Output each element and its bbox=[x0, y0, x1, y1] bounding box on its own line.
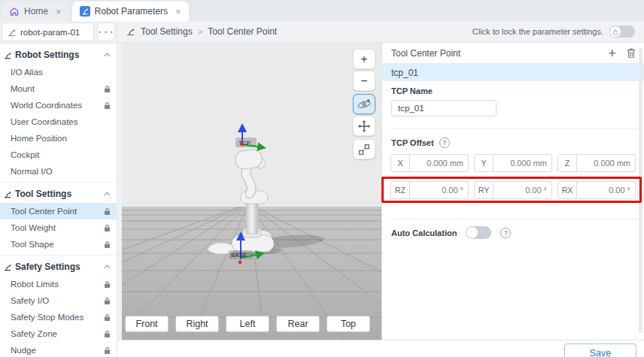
view-rear-button[interactable]: Rear bbox=[276, 316, 320, 332]
zoom-in-button[interactable]: + bbox=[353, 49, 375, 69]
breadcrumb-section[interactable]: Tool Settings bbox=[141, 26, 193, 37]
robot-arm-icon bbox=[4, 263, 12, 271]
sidebar-item-mount[interactable]: Mount bbox=[0, 80, 117, 97]
robot-arm-icon bbox=[8, 28, 17, 37]
zoom-out-button[interactable]: − bbox=[353, 71, 375, 91]
auto-calculation-label: Auto Calculation bbox=[391, 228, 457, 237]
footer-bar: Save bbox=[117, 340, 644, 357]
view-front-button[interactable]: Front bbox=[125, 316, 169, 332]
tcp-item-label: tcp_01 bbox=[391, 68, 418, 78]
breadcrumb-separator: > bbox=[198, 27, 202, 36]
breadcrumb-page[interactable]: Tool Center Point bbox=[208, 26, 277, 37]
item-label: Tool Weight bbox=[11, 223, 56, 232]
offset-ry-input[interactable]: 0.00° bbox=[494, 181, 552, 199]
linked-points-icon bbox=[357, 143, 371, 156]
lock-icon bbox=[104, 280, 111, 289]
scrollbar[interactable] bbox=[639, 47, 642, 333]
lock-icon bbox=[104, 313, 111, 322]
snap-points-button[interactable] bbox=[353, 139, 375, 159]
view-right-button[interactable]: Right bbox=[175, 316, 219, 332]
sidebar-item-world-coordinates[interactable]: World Coordinates bbox=[0, 97, 117, 113]
sidebar-item-nudge[interactable]: Nudge bbox=[0, 342, 117, 357]
parameter-lock-toggle[interactable] bbox=[609, 26, 635, 38]
sidebar-item-tool-shape[interactable]: Tool Shape bbox=[0, 236, 117, 253]
tab-robot-parameters[interactable]: Robot Parameters × bbox=[72, 2, 189, 21]
tcp-name-input[interactable] bbox=[391, 100, 497, 116]
pan-button[interactable] bbox=[353, 116, 375, 136]
sidebar-item-cockpit[interactable]: Cockpit bbox=[0, 147, 117, 163]
help-icon[interactable]: ? bbox=[500, 228, 511, 238]
sidebar-item-home-position[interactable]: Home Position bbox=[0, 130, 117, 147]
view-left-button[interactable]: Left bbox=[226, 316, 269, 332]
sidebar-item-safety-stop-modes[interactable]: Safety Stop Modes bbox=[0, 309, 117, 325]
section-label: Tool Settings bbox=[15, 189, 71, 199]
orbit-rotate-button[interactable] bbox=[353, 94, 375, 114]
close-icon[interactable]: × bbox=[175, 6, 181, 17]
sidebar-section-robot-settings: Robot Settings I/O Alias Mount World Coo… bbox=[0, 44, 117, 182]
tab-home[interactable]: Home × bbox=[2, 2, 69, 21]
field-label: RX bbox=[557, 181, 577, 199]
auto-calculation-toggle[interactable] bbox=[466, 226, 491, 239]
sidebar-header-safety-settings[interactable]: Safety Settings bbox=[0, 258, 117, 276]
param-name: robot-param-01 bbox=[20, 28, 80, 37]
sidebar-item-robot-limits[interactable]: Robot Limits bbox=[0, 276, 117, 292]
auto-calculation-row: Auto Calculation ? bbox=[391, 226, 511, 239]
lock-icon bbox=[104, 241, 111, 249]
lock-icon bbox=[104, 207, 111, 216]
lock-icon bbox=[104, 346, 111, 355]
tcp-name-label: TCP Name bbox=[391, 86, 433, 95]
lock-bar: Click to lock the parameter settings. bbox=[472, 26, 635, 38]
sidebar-item-safety-zone[interactable]: Safety Zone bbox=[0, 325, 117, 342]
more-button[interactable]: • • • bbox=[97, 23, 115, 41]
field-label: Y bbox=[474, 154, 494, 172]
app-window: Home × Robot Parameters × robot- bbox=[0, 0, 644, 357]
panel-title: Tool Center Point bbox=[391, 48, 460, 59]
home-icon bbox=[9, 6, 20, 17]
panel-header: Tool Center Point + bbox=[382, 43, 644, 64]
delete-tcp-button[interactable] bbox=[626, 47, 636, 59]
offset-rx-input[interactable]: 0.00° bbox=[577, 181, 636, 199]
viewer-panel: TCP BASE + − bbox=[117, 43, 381, 340]
sidebar-header-robot-settings[interactable]: Robot Settings bbox=[0, 46, 117, 64]
sidebar-item-safety-io[interactable]: Safety I/O bbox=[0, 292, 117, 309]
item-label: Cockpit bbox=[11, 150, 39, 159]
sidebar: robot-param-01 • • • Robot Settings I/O … bbox=[0, 21, 117, 357]
item-label: I/O Alias bbox=[11, 68, 43, 77]
sidebar-section-safety-settings: Safety Settings Robot Limits Safety I/O … bbox=[0, 255, 117, 357]
offset-ry-field: RY 0.00° bbox=[474, 181, 552, 199]
close-icon[interactable]: × bbox=[56, 6, 62, 17]
add-tcp-button[interactable]: + bbox=[608, 47, 616, 60]
help-icon[interactable]: ? bbox=[439, 138, 450, 148]
offset-x-input[interactable]: 0.000mm bbox=[410, 154, 469, 172]
3d-viewport[interactable]: TCP BASE + − bbox=[122, 43, 381, 340]
sidebar-item-user-coordinates[interactable]: User Coordinates bbox=[0, 113, 117, 130]
chevron-up-icon bbox=[104, 192, 111, 196]
sidebar-item-tool-center-point[interactable]: Tool Center Point bbox=[0, 203, 117, 219]
divider bbox=[390, 219, 638, 219]
item-label: Home Position bbox=[11, 134, 67, 143]
item-label: Robot Limits bbox=[11, 280, 59, 289]
tab-bar: Home × Robot Parameters × bbox=[0, 0, 644, 21]
tcp-offset-label: TCP Offset bbox=[391, 138, 434, 147]
view-top-button[interactable]: Top bbox=[327, 316, 370, 332]
offset-rz-input[interactable]: 0.00° bbox=[410, 181, 469, 199]
item-label: Tool Center Point bbox=[11, 207, 77, 216]
tcp-settings-panel: Tool Center Point + tcp_01 TCP Name TCP … bbox=[381, 43, 644, 340]
item-label: World Coordinates bbox=[11, 101, 82, 110]
robot-arm-icon bbox=[4, 51, 12, 59]
param-name-field[interactable]: robot-param-01 bbox=[2, 23, 94, 41]
field-label: X bbox=[390, 154, 410, 172]
save-button[interactable]: Save bbox=[564, 343, 636, 357]
offset-y-input[interactable]: 0.000mm bbox=[494, 154, 552, 172]
tcp-list-item-selected[interactable]: tcp_01 bbox=[382, 64, 644, 81]
item-label: Safety I/O bbox=[11, 296, 49, 305]
sidebar-header-tool-settings[interactable]: Tool Settings bbox=[0, 185, 117, 203]
sidebar-item-io-alias[interactable]: I/O Alias bbox=[0, 64, 117, 80]
field-label: RY bbox=[474, 181, 494, 199]
sidebar-item-tool-weight[interactable]: Tool Weight bbox=[0, 219, 117, 236]
section-label: Robot Settings bbox=[15, 50, 79, 60]
offset-xyz-row: X 0.000mm Y 0.000mm Z 0.000mm bbox=[390, 154, 636, 172]
tab-home-label: Home bbox=[24, 6, 48, 17]
sidebar-item-normal-io[interactable]: Normal I/O bbox=[0, 163, 117, 180]
offset-z-input[interactable]: 0.000mm bbox=[577, 154, 636, 172]
